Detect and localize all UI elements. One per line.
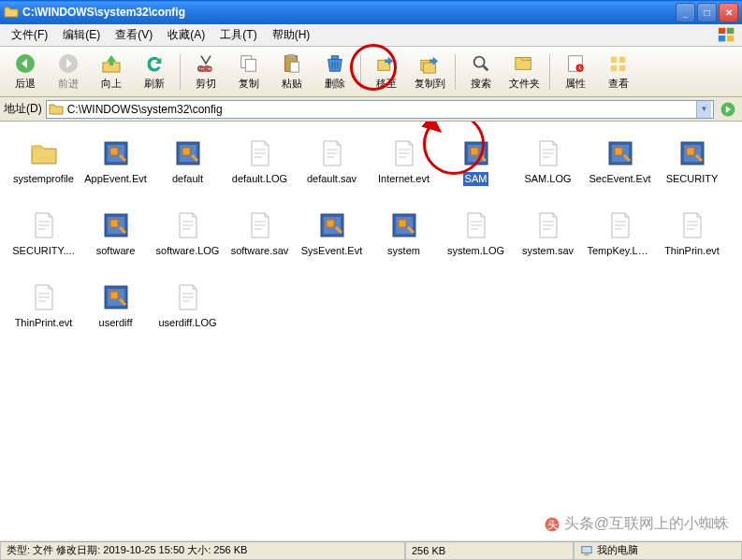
file-item[interactable]: software [80,207,152,279]
menu-favorites[interactable]: 收藏(A) [160,24,212,46]
file-item[interactable]: AppEvent.Evt [80,135,152,207]
file-item[interactable]: userdiff [80,279,152,351]
menubar: 文件(F) 编辑(E) 查看(V) 收藏(A) 工具(T) 帮助(H) [0,24,742,47]
svg-rect-13 [290,62,298,72]
registry-icon [389,210,419,240]
file-icon [245,210,275,240]
minimize-button[interactable]: _ [676,3,695,22]
file-name: ThinPrin.evt [662,244,721,258]
file-item[interactable]: system [368,207,440,279]
file-item[interactable]: SECURITY.... [7,207,80,279]
file-name: software.LOG [154,244,222,258]
back-button[interactable]: 后退 [4,50,47,94]
file-item[interactable]: SAM [440,135,512,207]
file-item[interactable]: TempKey.LOG [584,207,656,279]
file-item[interactable]: SecEvent.Evt [584,135,656,207]
file-item[interactable]: system.LOG [440,207,512,279]
svg-point-18 [474,57,485,67]
toolbar: 后退 前进 向上 刷新 剪切 复制 粘贴 删除 移至 复制到 搜索 文件夹 属性… [0,47,742,97]
file-icon [173,282,203,312]
svg-rect-23 [619,57,625,63]
file-item[interactable]: default [152,135,224,207]
file-pane[interactable]: systemprofileAppEvent.Evtdefaultdefault.… [0,122,742,539]
file-item[interactable]: userdiff.LOG [152,279,224,351]
folder-icon [4,5,19,20]
status-location: 我的电脑 [574,541,742,560]
svg-rect-38 [615,148,622,155]
file-icon [461,210,491,240]
file-name: AppEvent.Evt [82,172,149,186]
forward-button[interactable]: 前进 [47,50,90,94]
svg-rect-19 [516,58,531,70]
svg-rect-1 [727,27,734,33]
registry-icon [677,138,707,168]
file-name: SecEvent.Evt [587,172,652,186]
file-icon [533,138,563,168]
svg-rect-2 [719,36,725,41]
address-dropdown[interactable]: ▼ [696,101,711,118]
file-grid: systemprofileAppEvent.Evtdefaultdefault.… [7,135,735,351]
file-item[interactable]: software.sav [224,207,296,279]
file-name: TempKey.LOG [586,244,655,258]
menu-tools[interactable]: 工具(T) [212,24,264,46]
svg-rect-47 [327,220,334,227]
file-item[interactable]: SAM.LOG [512,135,584,207]
folders-button[interactable]: 文件夹 [502,50,546,94]
file-item[interactable]: SysEvent.Evt [296,207,368,279]
address-label: 地址(D) [4,101,42,117]
cut-button[interactable]: 剪切 [184,50,227,94]
menu-file[interactable]: 文件(F) [4,24,55,46]
delete-button[interactable]: 删除 [313,50,356,94]
menu-view[interactable]: 查看(V) [108,24,160,46]
svg-rect-0 [719,27,725,33]
file-icon [317,138,347,168]
file-icon [29,282,59,312]
refresh-button[interactable]: 刷新 [133,50,176,94]
file-icon [677,210,707,240]
file-icon [245,138,275,168]
file-item[interactable]: Internet.evt [368,135,440,207]
file-name: software [95,244,138,258]
svg-rect-3 [727,36,734,41]
file-icon [605,210,635,240]
menu-edit[interactable]: 编辑(E) [55,24,108,46]
file-item[interactable]: SECURITY [656,135,728,207]
folder-icon [29,138,59,168]
file-item[interactable]: software.LOG [152,207,224,279]
file-item[interactable]: default.sav [296,135,368,207]
menu-help[interactable]: 帮助(H) [265,24,318,46]
svg-rect-44 [110,220,118,227]
copyto-button[interactable]: 复制到 [408,50,451,94]
search-button[interactable]: 搜索 [459,50,502,94]
registry-icon [173,138,203,168]
file-name: SAM.LOG [522,172,573,186]
svg-rect-12 [287,54,294,58]
address-input[interactable]: C:\WINDOWS\system32\config ▼ [46,100,714,119]
file-icon [29,210,59,240]
moveto-button[interactable]: 移至 [365,50,408,94]
file-name: SysEvent.Evt [299,244,364,258]
file-item[interactable]: system.sav [512,207,584,279]
file-name: default [170,172,205,186]
file-item[interactable]: ThinPrin.evt [656,207,728,279]
copy-button[interactable]: 复制 [227,50,270,94]
file-name: system.sav [520,244,575,258]
status-size: 256 KB [405,541,574,560]
up-button[interactable]: 向上 [90,50,133,94]
file-item[interactable]: ThinPrint.evt [7,279,80,351]
svg-rect-32 [182,148,190,155]
properties-button[interactable]: 属性 [554,50,597,94]
svg-rect-14 [331,56,338,60]
file-name: SECURITY.... [10,244,76,258]
close-button[interactable]: ✕ [719,3,738,22]
paste-button[interactable]: 粘贴 [270,50,313,94]
registry-icon [605,138,635,168]
maximize-button[interactable]: □ [697,3,717,22]
file-name: userdiff.LOG [156,316,218,330]
file-item[interactable]: default.LOG [224,135,296,207]
statusbar: 类型: 文件 修改日期: 2019-10-25 15:50 大小: 256 KB… [0,539,742,560]
views-button[interactable]: 查看 [597,50,640,94]
svg-rect-29 [110,148,118,155]
file-item[interactable]: systemprofile [7,135,80,207]
go-button[interactable] [718,99,738,120]
